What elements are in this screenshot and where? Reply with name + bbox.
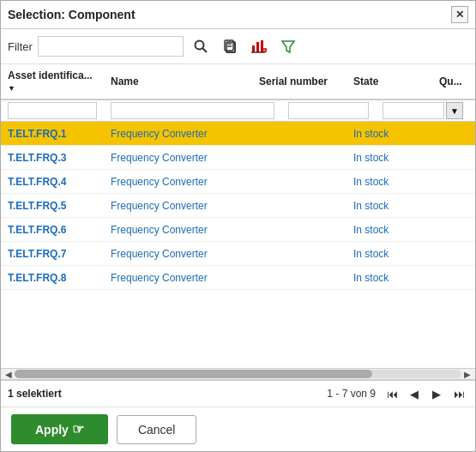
cell-qty	[432, 204, 475, 208]
apply-button[interactable]: Apply ☞	[11, 414, 108, 444]
filter-state-wrap: ▼	[383, 102, 468, 119]
cursor-icon: ☞	[72, 421, 84, 437]
search-icon-button[interactable]	[189, 34, 213, 58]
cell-serial	[252, 132, 346, 136]
filter-name-input[interactable]	[111, 102, 274, 119]
cell-state: In stock	[346, 126, 432, 142]
horizontal-scrollbar[interactable]: ◀ ▶	[1, 368, 475, 380]
last-page-button[interactable]: ⏭	[449, 384, 468, 403]
table-row[interactable]: T.ELT.FRQ.8 Frequency Converter In stock	[1, 266, 475, 290]
copy-icon-button[interactable]	[218, 34, 242, 58]
filter-input[interactable]	[38, 36, 184, 57]
scroll-track[interactable]	[15, 370, 461, 378]
cell-qty	[432, 180, 475, 184]
svg-marker-13	[282, 41, 294, 52]
cell-state: In stock	[346, 270, 432, 286]
table-container: Asset identifica... ▼ Name Serial number…	[1, 64, 475, 368]
pagination: 1 - 7 von 9 ⏮ ◀ ▶ ⏭	[327, 384, 468, 403]
col-header-serial: Serial number	[252, 74, 346, 89]
col-header-asset: Asset identifica... ▼	[1, 68, 104, 95]
table-row[interactable]: T.ELT.FRQ.4 Frequency Converter In stock	[1, 170, 475, 194]
cell-name: Frequency Converter	[104, 174, 252, 190]
cell-asset: T.ELT.FRQ.8	[1, 270, 104, 286]
cell-name: Frequency Converter	[104, 198, 252, 214]
cell-asset: T.ELT.FRQ.3	[1, 150, 104, 166]
column-filter-row: ▼	[1, 100, 475, 122]
cancel-button[interactable]: Cancel	[117, 415, 197, 444]
cell-name: Frequency Converter	[104, 222, 252, 238]
cell-name: Frequency Converter	[104, 150, 252, 166]
cell-name: Frequency Converter	[104, 270, 252, 286]
table-row[interactable]: T.ELT.FRQ.1 Frequency Converter In stock	[1, 122, 475, 146]
col-header-state: State	[346, 74, 432, 89]
state-dropdown-arrow[interactable]: ▼	[446, 102, 463, 119]
cell-qty	[432, 156, 475, 160]
col-header-qty: Qu...	[432, 74, 475, 89]
cell-serial	[252, 156, 346, 160]
cell-serial	[252, 228, 346, 232]
cell-serial	[252, 180, 346, 184]
cell-qty	[432, 276, 475, 280]
cell-state: In stock	[346, 150, 432, 166]
cell-asset: T.ELT.FRQ.6	[1, 222, 104, 238]
cell-state: In stock	[346, 198, 432, 214]
cell-qty	[432, 252, 475, 256]
svg-rect-7	[252, 45, 255, 52]
filter-asset-input[interactable]	[8, 102, 97, 119]
page-info: 1 - 7 von 9	[327, 388, 376, 400]
svg-rect-8	[256, 42, 259, 52]
chart-icon-button[interactable]: +	[247, 34, 271, 58]
table-row[interactable]: T.ELT.FRQ.6 Frequency Converter In stock	[1, 218, 475, 242]
cell-asset: T.ELT.FRQ.4	[1, 174, 104, 190]
scroll-right-arrow[interactable]: ▶	[461, 368, 473, 380]
filter-label: Filter	[8, 40, 33, 53]
filter-bar: Filter +	[1, 29, 475, 64]
cell-asset: T.ELT.FRQ.1	[1, 126, 104, 142]
cell-qty	[432, 228, 475, 232]
scroll-thumb[interactable]	[15, 370, 372, 378]
prev-page-button[interactable]: ◀	[405, 384, 424, 403]
next-page-button[interactable]: ▶	[427, 384, 446, 403]
cell-serial	[252, 276, 346, 280]
selected-count: 1 selektiert	[8, 388, 327, 400]
status-bar: 1 selektiert 1 - 7 von 9 ⏮ ◀ ▶ ⏭	[1, 380, 475, 407]
scroll-left-arrow[interactable]: ◀	[3, 368, 15, 380]
button-bar: Apply ☞ Cancel	[1, 407, 475, 451]
title-bar: Selection: Component ✕	[1, 1, 475, 29]
cell-qty	[432, 132, 475, 136]
table-row[interactable]: T.ELT.FRQ.7 Frequency Converter In stock	[1, 242, 475, 266]
svg-line-1	[202, 49, 207, 53]
cell-asset: T.ELT.FRQ.5	[1, 198, 104, 214]
svg-point-0	[195, 41, 203, 50]
cell-serial	[252, 204, 346, 208]
dialog: Selection: Component ✕ Filter	[0, 0, 476, 452]
table-row[interactable]: T.ELT.FRQ.5 Frequency Converter In stock	[1, 194, 475, 218]
cell-name: Frequency Converter	[104, 246, 252, 262]
cell-serial	[252, 252, 346, 256]
col-header-name: Name	[104, 74, 252, 89]
first-page-button[interactable]: ⏮	[383, 384, 401, 403]
cell-state: In stock	[346, 174, 432, 190]
table-body: T.ELT.FRQ.1 Frequency Converter In stock…	[1, 122, 475, 368]
table-row[interactable]: T.ELT.FRQ.3 Frequency Converter In stock	[1, 146, 475, 170]
cell-name: Frequency Converter	[104, 126, 252, 142]
dialog-title: Selection: Component	[8, 8, 136, 21]
svg-text:+: +	[262, 47, 265, 52]
funnel-icon-button[interactable]	[276, 34, 300, 58]
cell-asset: T.ELT.FRQ.7	[1, 246, 104, 262]
cell-state: In stock	[346, 246, 432, 262]
sort-arrow-asset: ▼	[8, 84, 15, 93]
table-header: Asset identifica... ▼ Name Serial number…	[1, 64, 475, 100]
cell-state: In stock	[346, 222, 432, 238]
filter-state-input[interactable]	[383, 102, 444, 119]
filter-serial-input[interactable]	[288, 102, 369, 119]
close-button[interactable]: ✕	[451, 6, 468, 23]
